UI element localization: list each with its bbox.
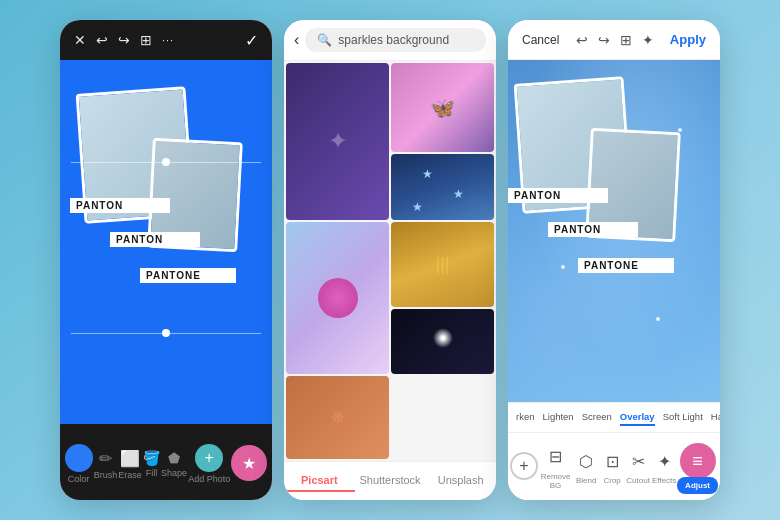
image-stars: ★ ★ ★ bbox=[391, 154, 494, 219]
panel-right: Cancel ↩ ↪ ⊞ ✦ Apply bbox=[508, 20, 720, 500]
add-photo-icon: + bbox=[195, 444, 223, 472]
search-input-wrap[interactable]: 🔍 sparkles background bbox=[305, 28, 486, 52]
image-butterflies: 🦋 bbox=[391, 63, 494, 152]
tool-fill-label: Fill bbox=[146, 468, 158, 478]
fill-icon: 🪣 bbox=[143, 450, 160, 466]
effects-icon: ✦ bbox=[651, 448, 677, 474]
blend-lighten[interactable]: Lighten bbox=[542, 409, 573, 426]
right-tool-remove-bg[interactable]: ⊟ Remove BG bbox=[538, 444, 573, 490]
blend-soft-light[interactable]: Soft Light bbox=[663, 409, 703, 426]
right-pantone-1: PANTON bbox=[508, 188, 608, 203]
handle-dot-top[interactable] bbox=[162, 158, 170, 166]
right-bottom-bar: + ⊟ Remove BG ⬡ Blend ⊡ Crop ✂ Cutout ✦ … bbox=[508, 432, 720, 500]
tab-shutterstock[interactable]: Shutterstock bbox=[355, 470, 426, 492]
image-flowers: ❋ bbox=[286, 376, 389, 459]
close-icon[interactable]: ✕ bbox=[74, 32, 86, 48]
right-canvas: PANTON PANTON PANTONE bbox=[508, 60, 720, 402]
crop-icon: ⊡ bbox=[599, 448, 625, 474]
handle-dot-bottom[interactable] bbox=[162, 329, 170, 337]
tool-add-photo-label: Add Photo bbox=[188, 474, 230, 484]
right-pantone-2: PANTON bbox=[548, 222, 638, 237]
tab-unsplash[interactable]: Unsplash bbox=[425, 470, 496, 492]
stars-overlay: ★ ★ ★ bbox=[391, 154, 494, 219]
check-icon[interactable]: ✓ bbox=[245, 31, 258, 50]
grid-cell-5[interactable]: ||| bbox=[391, 222, 494, 307]
grid-cell-7[interactable]: ❋ bbox=[286, 376, 389, 459]
pink-circle bbox=[318, 278, 358, 318]
back-button[interactable]: ‹ bbox=[294, 31, 299, 49]
star-2: ★ bbox=[453, 187, 464, 201]
left-tool-row: Color ✏ Brush ⬜ Erase 🪣 Fill ⬟ Shape bbox=[60, 424, 272, 500]
sparkle-dot bbox=[433, 328, 453, 348]
tool-brush-label: Brush bbox=[94, 470, 118, 480]
right-redo-icon[interactable]: ↪ bbox=[598, 32, 610, 48]
right-effect-icon[interactable]: ✦ bbox=[642, 32, 654, 48]
cancel-button[interactable]: Cancel bbox=[522, 33, 559, 47]
tool-sticker[interactable]: ★ bbox=[231, 445, 267, 483]
tool-add-photo[interactable]: + Add Photo bbox=[188, 444, 230, 484]
undo-icon[interactable]: ↩ bbox=[96, 32, 108, 48]
right-tool-blend-label: Blend bbox=[576, 476, 596, 485]
panels-container: ✕ ↩ ↪ ⊞ ··· ✓ PANTON PANTON bbox=[0, 0, 780, 520]
search-icon: 🔍 bbox=[317, 33, 332, 47]
shape-icon: ⬟ bbox=[168, 450, 180, 466]
blend-modes-list: rken Lighten Screen Overlay Soft Light H… bbox=[508, 407, 720, 428]
panel-middle: ‹ 🔍 sparkles background ✦ 🦋 bbox=[284, 20, 496, 500]
tool-erase[interactable]: ⬜ Erase bbox=[118, 449, 142, 480]
tool-color-label: Color bbox=[68, 474, 90, 484]
image-gold: ||| bbox=[391, 222, 494, 307]
left-collage: PANTON PANTON PANTONE bbox=[80, 90, 250, 370]
tab-picsart[interactable]: Picsart bbox=[284, 470, 355, 492]
grid-cell-4[interactable] bbox=[286, 222, 389, 374]
tool-shape[interactable]: ⬟ Shape bbox=[161, 450, 187, 478]
flower-decor: ❋ bbox=[331, 408, 344, 427]
redo-icon[interactable]: ↪ bbox=[118, 32, 130, 48]
right-tool-cutout-label: Cutout bbox=[626, 476, 650, 485]
left-bottom-bar: Color ✏ Brush ⬜ Erase 🪣 Fill ⬟ Shape bbox=[60, 424, 272, 500]
tool-fill[interactable]: 🪣 Fill bbox=[143, 450, 160, 478]
gold-decor: ||| bbox=[435, 254, 449, 275]
tool-color[interactable]: Color bbox=[65, 444, 93, 484]
grid-cell-2[interactable]: 🦋 bbox=[391, 63, 494, 152]
add-circle-icon: + bbox=[510, 452, 538, 480]
apply-button[interactable]: Apply bbox=[670, 32, 706, 47]
cutout-icon: ✂ bbox=[625, 448, 651, 474]
right-tool-crop[interactable]: ⊡ Crop bbox=[599, 448, 625, 485]
right-tool-cutout[interactable]: ✂ Cutout bbox=[625, 448, 651, 485]
star-3: ★ bbox=[412, 200, 423, 214]
grid-cell-3[interactable]: ★ ★ ★ bbox=[391, 154, 494, 219]
grid-cell-6[interactable] bbox=[391, 309, 494, 373]
right-tool-add[interactable]: + bbox=[510, 452, 538, 482]
pantone-label-1: PANTON bbox=[70, 198, 170, 213]
blend-overlay[interactable]: Overlay bbox=[620, 409, 655, 426]
right-tool-blend[interactable]: ⬡ Blend bbox=[573, 448, 599, 485]
tool-shape-label: Shape bbox=[161, 468, 187, 478]
left-canvas: PANTON PANTON PANTONE bbox=[60, 60, 272, 424]
image-purple: ✦ bbox=[286, 63, 389, 220]
image-dark-sparkle bbox=[391, 309, 494, 373]
right-tool-adjust[interactable]: ≡ Adjust bbox=[677, 443, 718, 490]
blend-screen[interactable]: Screen bbox=[582, 409, 612, 426]
right-layers-icon[interactable]: ⊞ bbox=[620, 32, 632, 48]
erase-icon: ⬜ bbox=[120, 449, 140, 468]
right-tool-effects[interactable]: ✦ Effects bbox=[651, 448, 677, 485]
blend-hard-light[interactable]: Hard Li bbox=[711, 409, 720, 426]
source-tabs: Picsart Shutterstock Unsplash bbox=[284, 461, 496, 500]
remove-bg-icon: ⊟ bbox=[543, 444, 569, 470]
layers-icon[interactable]: ⊞ bbox=[140, 32, 152, 48]
grid-cell-1[interactable]: ✦ bbox=[286, 63, 389, 220]
sticker-icon: ★ bbox=[231, 445, 267, 481]
pantone-label-2: PANTON bbox=[110, 232, 200, 247]
image-grid: ✦ 🦋 ★ ★ ★ bbox=[284, 61, 496, 461]
more-icon[interactable]: ··· bbox=[162, 34, 174, 46]
right-tool-adjust-label: Adjust bbox=[677, 481, 718, 490]
brush-icon: ✏ bbox=[99, 449, 112, 468]
tool-erase-label: Erase bbox=[118, 470, 142, 480]
right-tool-crop-label: Crop bbox=[603, 476, 620, 485]
blend-darken[interactable]: rken bbox=[516, 409, 534, 426]
right-undo-icon[interactable]: ↩ bbox=[576, 32, 588, 48]
right-collage: PANTON PANTON PANTONE bbox=[518, 80, 708, 340]
right-tool-remove-bg-label: Remove BG bbox=[538, 472, 573, 490]
tool-brush[interactable]: ✏ Brush bbox=[94, 449, 118, 480]
blend-icon: ⬡ bbox=[573, 448, 599, 474]
